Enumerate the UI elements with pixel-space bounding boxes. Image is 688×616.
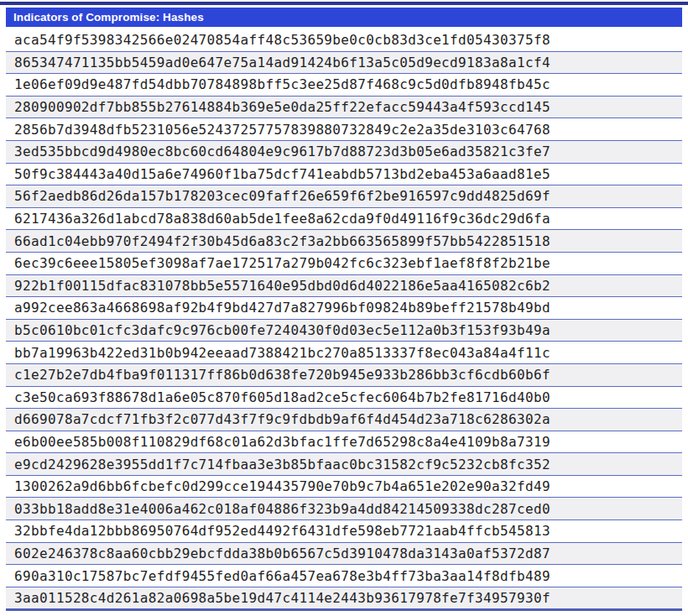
hash-value: e6b00ee585b008f110829df68c01a62d3bfac1ff…: [14, 434, 550, 450]
hash-value: 280900902df7bb855b27614884b369e5e0da25ff…: [14, 99, 550, 115]
hash-value: 32bbfe4da12bbb86950764df952ed4492f6431df…: [14, 523, 550, 539]
hash-row: a992cee863a4668698af92b4f9bd427d7a827996…: [6, 297, 682, 320]
hash-row: e6b00ee585b008f110829df68c01a62d3bfac1ff…: [6, 431, 682, 454]
hash-row: aca54f9f5398342566e02470854aff48c53659be…: [6, 29, 682, 52]
hash-row: 32bbfe4da12bbb86950764df952ed4492f6431df…: [6, 520, 682, 543]
hash-row: 6ec39c6eee15805ef3098af7ae172517a279b042…: [6, 253, 682, 275]
table-title: Indicators of Compromise: Hashes: [13, 11, 204, 23]
hash-value: 690a310c17587bc7efdf9455fed0af66a457ea67…: [14, 568, 550, 584]
ioc-hash-table-page: Indicators of Compromise: Hashes aca54f9…: [0, 0, 688, 616]
table-header: Indicators of Compromise: Hashes: [6, 8, 682, 27]
hash-value: c3e50ca693f88678d1a6e05c870f605d18ad2ce5…: [14, 389, 550, 405]
hash-row: b5c0610bc01cfc3dafc9c976cb00fe7240430f0d…: [6, 320, 682, 342]
hash-row: 690a310c17587bc7efdf9455fed0af66a457ea67…: [6, 565, 682, 587]
hash-value: 1300262a9d6bb6fcbefc0d299cce194435790e70…: [14, 478, 550, 494]
hash-row-list: aca54f9f5398342566e02470854aff48c53659be…: [6, 29, 682, 611]
hash-value: 922b1f00115dfac831078bb5e5571640e95dbd0d…: [14, 278, 550, 294]
hash-row: 033bb18add8e31e4006a462c018af04886f323b9…: [6, 498, 682, 520]
hash-value: 50f9c384443a40d15a6e74960f1ba75dcf741eab…: [14, 166, 550, 182]
hash-row: d669078a7cdcf71fb3f2c077d43f7f9c9fdbdb9a…: [6, 409, 682, 431]
hash-value: 6ec39c6eee15805ef3098af7ae172517a279b042…: [14, 255, 550, 271]
hash-row: 66ad1c04ebb970f2494f2f30b45d6a83c2f3a2bb…: [6, 230, 682, 253]
hash-row: bb7a19963b422ed31b0b942eeaad7388421bc270…: [6, 342, 682, 364]
hash-value: 602e246378c8aa60cbb29ebcfdda38b0b6567c5d…: [14, 546, 550, 561]
hash-value: a992cee863a4668698af92b4f9bd427d7a827996…: [14, 300, 550, 316]
hash-value: 2856b7d3948dfb5231056e524372577578398807…: [14, 122, 550, 138]
ioc-hash-table: Indicators of Compromise: Hashes aca54f9…: [6, 8, 682, 611]
hash-value: b5c0610bc01cfc3dafc9c976cb00fe7240430f0d…: [14, 322, 550, 338]
hash-row: 56f2aedb86d26da157b178203cec09faff26e659…: [6, 185, 682, 208]
hash-row: 6217436a326d1abcd78a838d60ab5de1fee8a62c…: [6, 208, 682, 231]
top-border-line: [0, 2, 688, 5]
hash-row: 3ed535bbcd9d4980ec8bc60cd64804e9c9617b7d…: [6, 141, 682, 164]
hash-row: 3aa011528c4d261a82a0698a5be19d47c4114e24…: [6, 587, 682, 612]
hash-row: 865347471135bb5459ad0e647e75a14ad91424b6…: [6, 52, 682, 75]
hash-row: 602e246378c8aa60cbb29ebcfdda38b0b6567c5d…: [6, 543, 682, 566]
hash-row: 1300262a9d6bb6fcbefc0d299cce194435790e70…: [6, 476, 682, 499]
hash-value: 56f2aedb86d26da157b178203cec09faff26e659…: [14, 188, 550, 204]
hash-row: 50f9c384443a40d15a6e74960f1ba75dcf741eab…: [6, 164, 682, 186]
hash-row: c3e50ca693f88678d1a6e05c870f605d18ad2ce5…: [6, 387, 682, 410]
hash-value: c1e27b2e7db4fba9f011317ff86b0d638fe720b9…: [14, 367, 550, 383]
hash-row: 280900902df7bb855b27614884b369e5e0da25ff…: [6, 97, 682, 119]
hash-value: bb7a19963b422ed31b0b942eeaad7388421bc270…: [14, 345, 550, 361]
hash-row: 922b1f00115dfac831078bb5e5571640e95dbd0d…: [6, 275, 682, 298]
hash-row: 2856b7d3948dfb5231056e524372577578398807…: [6, 118, 682, 141]
hash-value: 66ad1c04ebb970f2494f2f30b45d6a83c2f3a2bb…: [14, 233, 550, 249]
hash-value: d669078a7cdcf71fb3f2c077d43f7f9c9fdbdb9a…: [14, 411, 550, 427]
hash-value: 3aa011528c4d261a82a0698a5be19d47c4114e24…: [14, 590, 550, 606]
hash-value: e9cd2429628e3955dd1f7c714fbaa3e3b85bfaac…: [14, 457, 550, 472]
hash-row: 1e06ef09d9e487fd54dbb70784898bff5c3ee25d…: [6, 74, 682, 97]
hash-value: 865347471135bb5459ad0e647e75a14ad91424b6…: [14, 55, 550, 70]
hash-value: aca54f9f5398342566e02470854aff48c53659be…: [14, 32, 550, 48]
hash-value: 6217436a326d1abcd78a838d60ab5de1fee8a62c…: [14, 211, 550, 227]
hash-row: e9cd2429628e3955dd1f7c714fbaa3e3b85bfaac…: [6, 453, 682, 476]
hash-row: c1e27b2e7db4fba9f011317ff86b0d638fe720b9…: [6, 364, 682, 387]
hash-value: 1e06ef09d9e487fd54dbb70784898bff5c3ee25d…: [14, 76, 550, 92]
hash-value: 033bb18add8e31e4006a462c018af04886f323b9…: [14, 501, 550, 517]
hash-value: 3ed535bbcd9d4980ec8bc60cd64804e9c9617b7d…: [14, 144, 550, 159]
